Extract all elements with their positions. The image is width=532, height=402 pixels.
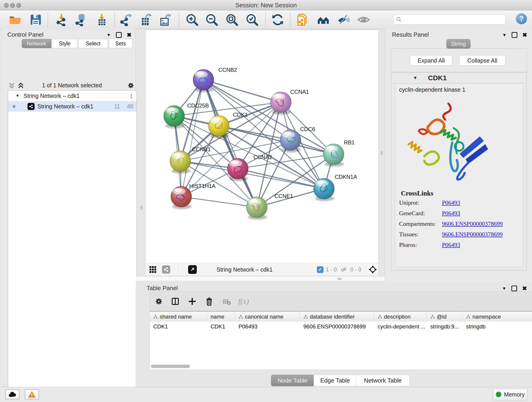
cloud-status-button[interactable] (5, 389, 19, 400)
delete-column-button[interactable] (203, 295, 215, 308)
panel-close-icon[interactable]: ✖ (522, 286, 527, 291)
crosslink-link[interactable]: 9606.ENSP00000378699 (442, 231, 503, 238)
panel-menu-icon[interactable]: ▼ (502, 286, 506, 291)
gear-icon[interactable] (127, 82, 135, 89)
network-edge[interactable] (238, 154, 334, 169)
panel-float-icon[interactable] (512, 32, 517, 38)
horizontal-scrollbar-thumb[interactable] (151, 365, 190, 368)
hidden-indicator[interactable]: 0 - 0 (340, 263, 361, 276)
splitter-handle[interactable] (337, 278, 342, 280)
panel-close-icon[interactable]: ✖ (522, 33, 527, 37)
zoom-in-button[interactable] (185, 13, 199, 27)
tab-network[interactable]: Network (22, 39, 51, 48)
zoom-fit-button[interactable] (225, 13, 239, 27)
crosslink-link[interactable]: P06493 (442, 242, 460, 249)
network-node-ccnb2[interactable] (193, 70, 214, 92)
show-all-button[interactable] (356, 13, 371, 27)
tab-network-table[interactable]: Network Table (356, 375, 410, 386)
export-table-button[interactable] (139, 13, 153, 27)
hide-selected-button[interactable] (336, 13, 351, 27)
network-node-label: CCNB1 (192, 146, 210, 153)
gene-section-header[interactable]: ▼ CDK1 (391, 73, 526, 83)
crosslink-link[interactable]: 9606.ENSP00000378699 (442, 220, 503, 227)
export-image-button[interactable] (158, 13, 173, 27)
show-columns-button[interactable] (169, 295, 182, 308)
delete-table-icon (222, 297, 231, 306)
network-collection-row[interactable]: ▼ String Network – cdk1 1 (8, 90, 137, 101)
column-header-shared-name[interactable]: shared name (150, 312, 207, 322)
memory-button[interactable]: Memory (493, 389, 527, 400)
search-input[interactable] (402, 15, 505, 24)
vertical-splitter-handle[interactable] (380, 151, 383, 155)
network-edge[interactable] (181, 197, 257, 207)
grid-view-button[interactable] (149, 263, 157, 276)
crosslink-link[interactable]: P06493 (442, 199, 460, 206)
table-row[interactable]: CDK1 CDK1 P06493 9606.ENSP00000378699 cy… (150, 322, 532, 332)
column-header-description[interactable]: description (374, 312, 427, 322)
network-node-cdc6[interactable] (280, 130, 301, 153)
birdseye-view-button[interactable] (368, 263, 377, 276)
tab-select[interactable]: Select (78, 39, 108, 48)
panel-menu-icon[interactable]: ▼ (107, 32, 111, 38)
tab-style[interactable]: Style (52, 39, 77, 48)
column-header-canonical-name[interactable]: canonical name (235, 312, 300, 322)
import-table-file-button[interactable] (94, 13, 109, 27)
import-network-icon (55, 13, 68, 26)
function-builder-button-disabled[interactable]: f(x) (237, 295, 250, 308)
panel-close-icon[interactable]: ✖ (127, 33, 132, 37)
network-edge[interactable] (203, 80, 281, 102)
network-node-cdkn1a[interactable] (314, 178, 334, 201)
network-node-ccnb1[interactable] (170, 151, 191, 173)
column-header-name[interactable]: name (207, 312, 235, 322)
network-view-title: String Network – cdk1 (216, 263, 273, 276)
table-container: f(x) shared name name canonical name (149, 292, 532, 370)
column-header-database-identifier[interactable]: database identifier (300, 312, 374, 322)
save-session-button[interactable] (28, 13, 43, 27)
network-edge[interactable] (238, 169, 324, 189)
help-button[interactable]: ? (516, 13, 527, 24)
warnings-button[interactable] (25, 389, 39, 400)
delete-table-button-disabled[interactable] (220, 295, 233, 308)
section-collapse-icon[interactable]: ▼ (413, 75, 418, 80)
first-neighbors-button[interactable] (316, 13, 331, 27)
duplicate-network-button[interactable] (296, 13, 310, 27)
selected-checkbox[interactable]: ✔ 1 - 0 (317, 263, 337, 276)
tab-string[interactable]: String (446, 39, 471, 49)
network-node-ccna1[interactable] (271, 92, 291, 115)
import-network-database-button[interactable] (73, 13, 88, 27)
network-node-cdc25b[interactable] (164, 106, 184, 128)
tab-node-table[interactable]: Node Table (271, 375, 314, 386)
column-header-id[interactable]: @id (427, 312, 462, 322)
column-header-namespace[interactable]: namespace (462, 312, 532, 322)
tree-expand-icon[interactable]: ▼ (16, 94, 19, 98)
open-in-new-window-button[interactable] (188, 263, 197, 276)
network-node-ccne1[interactable] (247, 197, 267, 220)
search-field[interactable] (393, 14, 506, 25)
network-node-cdk1[interactable] (209, 115, 229, 138)
refresh-layout-button[interactable] (270, 13, 285, 27)
expand-all-button[interactable]: Expand All (410, 55, 452, 66)
table-settings-button[interactable] (152, 295, 165, 308)
panel-menu-icon[interactable]: ▼ (502, 32, 507, 38)
zoom-selected-button[interactable] (245, 13, 259, 27)
import-network-file-button[interactable] (54, 13, 69, 27)
panel-float-icon[interactable] (116, 32, 122, 38)
crosslink-link[interactable]: P06493 (442, 210, 460, 217)
collapse-all-button[interactable]: Collapse All (459, 55, 505, 66)
zoom-out-button[interactable] (204, 13, 219, 27)
tab-edge-table[interactable]: Edge Table (314, 375, 356, 386)
panel-float-icon[interactable] (511, 286, 517, 291)
add-column-button[interactable] (186, 295, 199, 308)
open-session-button[interactable] (8, 13, 22, 27)
tab-sets[interactable]: Sets (109, 39, 133, 48)
network-list-header: 1 of 1 Network selected (8, 81, 136, 90)
network-row-selected[interactable]: String Network – cdk1 11 48 (8, 101, 137, 112)
network-node-hist1h1a[interactable] (171, 186, 191, 209)
network-node-rb1[interactable] (323, 144, 344, 167)
export-network-button[interactable] (119, 13, 133, 27)
network-node-ccna2[interactable] (228, 158, 248, 181)
network-badge-button[interactable] (162, 263, 170, 276)
network-canvas[interactable]: CCNB2CCNA1CDC25BCDK1CDC6RB1CCNB1CCNA2HIS… (145, 30, 379, 263)
vertical-splitter-handle[interactable] (140, 205, 143, 210)
results-panel: Results Panel ▼ ✖ String Expand All Coll… (385, 29, 532, 282)
